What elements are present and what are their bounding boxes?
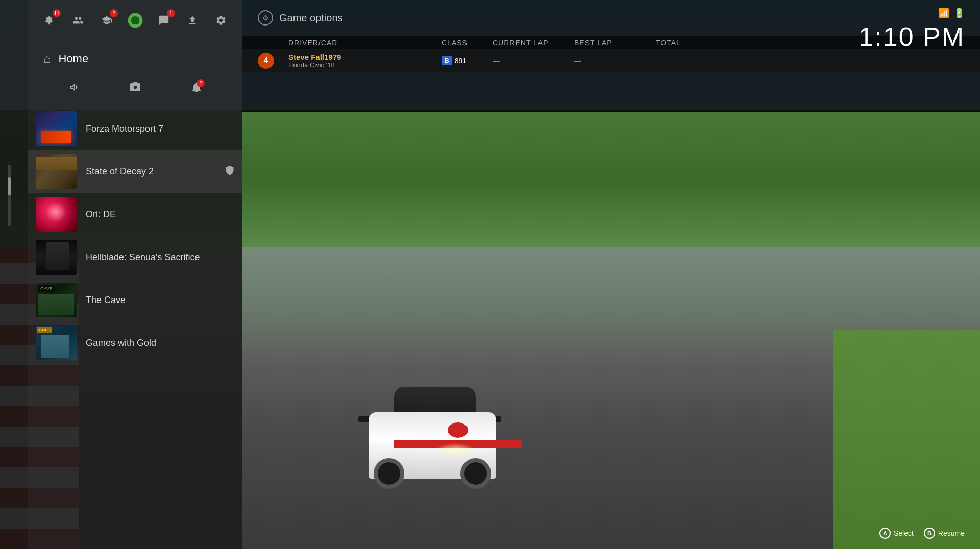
hellblade-label: Hellblade: Senua's Sacrifice [86,252,235,263]
volume-icon[interactable] [68,81,80,96]
driver-info-cell: Steve Fall1979 Honda Civic '18 [288,53,442,69]
hud-time-area: 📶 🔋 1:10 PM [859,8,965,52]
current-lap-cell: — [493,57,574,65]
ori-thumbnail [36,197,77,232]
gold-thumbnail [36,326,77,360]
hint-select: A Select [879,528,914,539]
hint-select-label: Select [894,529,914,537]
driver-name: Steve Fall1979 [288,53,442,61]
signal-icon: 📶 [938,8,949,19]
class-badge-cell: B 891 [442,56,493,65]
game-options-bar: ⚙ Game options 📶 🔋 1:10 PM [242,0,980,36]
home-section[interactable]: ⌂ Home [28,41,242,76]
col-driver: DRIVER/CAR [288,39,442,47]
col-best-lap: BEST LAP [574,39,656,47]
driver-car: Honda Civic '18 [288,61,442,69]
race-row: 4 Steve Fall1979 Honda Civic '18 B 891 —… [242,49,980,72]
col-class: CLASS [442,39,493,47]
nav-icon-upload[interactable] [183,11,202,30]
position-number: 4 [258,53,274,69]
nav-icon-messages[interactable]: 1 [155,11,173,30]
scroll-thumb [8,177,11,195]
nav-icon-xbox[interactable] [126,11,144,30]
game-item-gold[interactable]: Games with Gold [28,321,242,364]
col-current-lap: CURRENT LAP [493,39,574,47]
b-button: B [924,528,935,539]
game-item-hellblade[interactable]: Hellblade: Senua's Sacrifice [28,236,242,279]
class-number: 891 [455,57,467,65]
col-pos [258,39,288,47]
scroll-bar [0,0,28,549]
sod-badge-icon [225,165,235,178]
sod-label: State of Decay 2 [86,166,235,177]
hellblade-thumbnail [36,240,77,274]
race-car [343,351,522,494]
a-button: A [879,528,891,539]
cave-label: The Cave [86,295,235,306]
game-item-forza[interactable]: Forza Motorsport 7 [28,107,242,150]
scroll-indicator [8,165,11,226]
home-icon: ⌂ [43,52,51,66]
nav-icon-friends[interactable] [69,11,87,30]
messages-badge: 1 [167,9,175,17]
headlight-glow [435,443,476,458]
notifications-icon[interactable]: 2 [190,81,203,96]
nav-icon-achievements[interactable]: 11 [40,11,59,30]
grass-area [833,330,980,549]
game-item-sod[interactable]: State of Decay 2 [28,150,242,193]
hint-resume: B Resume [924,528,965,539]
position-cell: 4 [258,53,288,69]
options-icon: ⚙ [258,10,273,26]
hint-resume-label: Resume [938,529,965,537]
camera-icon[interactable] [129,81,141,96]
car-emblem [448,422,468,438]
nav-icon-party[interactable]: 2 [97,11,116,30]
game-item-cave[interactable]: The Cave [28,279,242,321]
party-badge: 2 [110,9,118,17]
game-options-label: Game options [279,12,343,24]
forza-label: Forza Motorsport 7 [86,123,235,134]
game-list: Forza Motorsport 7 State of Decay 2 Ori:… [28,107,242,364]
col-total: TOTAL [656,39,738,47]
sod-thumbnail [36,154,77,189]
gold-label: Games with Gold [86,338,235,348]
class-letter: B [442,56,452,65]
achievements-badge: 11 [53,9,61,17]
clock-display: 1:10 PM [859,21,965,52]
car-wheel-right [460,458,491,489]
home-label: Home [59,52,89,65]
sidebar-panel: 11 2 1 ⌂ Home [28,0,242,549]
hud-top-icons: 📶 🔋 [938,8,965,19]
car-wheel-left [374,458,404,489]
nav-icon-settings[interactable] [212,11,230,30]
ori-label: Ori: DE [86,209,235,220]
battery-icon: 🔋 [953,8,965,19]
cave-thumbnail [36,283,77,317]
nav-icons-row: 11 2 1 [28,0,242,41]
sub-icons-row: 2 [28,76,242,107]
notifications-badge: 2 [197,79,205,87]
game-item-ori[interactable]: Ori: DE [28,193,242,236]
hud-overlay: ⚙ Game options 📶 🔋 1:10 PM DRIVER/CAR CL… [242,0,980,112]
best-lap-cell: — [574,57,656,65]
bottom-hints: A Select B Resume [879,528,965,539]
forza-thumbnail [36,111,77,146]
